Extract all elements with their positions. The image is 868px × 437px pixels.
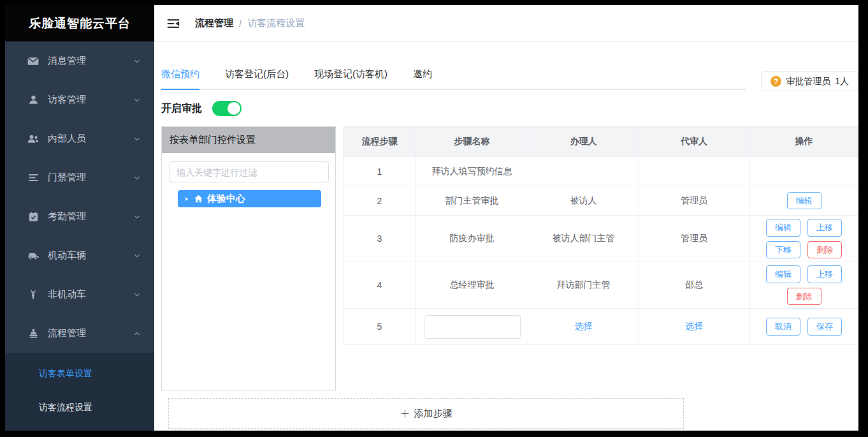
users-icon	[27, 133, 40, 145]
caret-right-icon[interactable]	[184, 196, 190, 202]
col-header-deputy: 代审人	[639, 127, 749, 157]
process-steps-table: 流程步骤 步骤名称 办理人 代审人 操作 1 拜访人填写预约信息	[343, 126, 858, 345]
sidebar-item-access-control[interactable]: 门禁管理	[5, 158, 154, 197]
chevron-down-icon	[133, 174, 141, 182]
move-up-button[interactable]: 上移	[807, 265, 842, 283]
sidebar-item-label: 流程管理	[48, 327, 86, 339]
handler-cell: 选择	[528, 309, 639, 345]
sidebar-item-visitor-form-settings[interactable]: 访客表单设置	[5, 357, 154, 390]
sidebar-item-process-management[interactable]: 流程管理	[5, 314, 154, 353]
step-name-cell: 总经理审批	[416, 262, 528, 309]
step-name-cell: 部门主管审批	[416, 186, 528, 216]
approval-toggle-switch[interactable]	[212, 101, 242, 116]
delete-button[interactable]: 删除	[807, 241, 842, 259]
save-button[interactable]: 保存	[807, 318, 842, 336]
tab-wechat-appointment[interactable]: 微信预约	[161, 68, 199, 90]
main-content: 微信预约 访客登记(后台) 现场登记(访客机) 邀约 ? 审批管理员 1人 开启…	[154, 43, 858, 431]
sidebar-item-message-management[interactable]: 消息管理	[5, 41, 154, 80]
actions-cell: 编辑 上移 下移 删除	[749, 216, 859, 262]
col-header-step: 流程步骤	[344, 127, 416, 157]
sidebar-menu: 消息管理 访客管理 内部人员 门禁管理	[5, 41, 154, 353]
actions-cell: 编辑 上移 删除	[749, 262, 859, 309]
chevron-down-icon	[133, 290, 141, 299]
sidebar-item-visitor-management[interactable]: 访客管理	[5, 80, 154, 119]
chevron-down-icon	[133, 96, 141, 105]
actions-cell: 编辑	[749, 186, 859, 216]
cancel-button[interactable]: 取消	[766, 318, 800, 336]
handler-cell	[528, 157, 639, 186]
sidebar-fold-icon[interactable]	[166, 17, 180, 31]
chevron-up-icon	[133, 329, 141, 338]
car-icon	[27, 249, 40, 262]
move-up-button[interactable]: 上移	[807, 219, 842, 237]
handler-cell: 拜访部门主管	[528, 262, 639, 309]
approver-badge-count: 1人	[835, 76, 849, 87]
edit-button[interactable]: 编辑	[766, 219, 800, 237]
move-down-button[interactable]: 下移	[766, 241, 800, 259]
step-cell: 2	[344, 186, 416, 216]
toggle-knob	[228, 102, 240, 115]
edit-button[interactable]: 编辑	[787, 192, 821, 210]
chevron-down-icon	[133, 251, 141, 260]
deputy-cell: 邵总	[639, 262, 749, 309]
approval-toggle-label: 开启审批	[161, 102, 202, 115]
sidebar-item-non-motor-vehicles[interactable]: 非机动车	[5, 275, 154, 314]
sidebar: 乐脸通智能云平台 消息管理 访客管理 内部人员	[5, 5, 154, 431]
sidebar-item-label: 访客管理	[48, 94, 86, 106]
department-panel-title: 按表单部门控件设置	[162, 127, 335, 153]
select-handler-link[interactable]: 选择	[575, 321, 593, 331]
chevron-down-icon	[133, 212, 141, 221]
sidebar-submenu-process: 访客表单设置 访客流程设置	[5, 353, 154, 431]
step-name-input[interactable]	[424, 315, 521, 339]
table-row: 1 拜访人填写预约信息	[344, 157, 859, 186]
app-window: 乐脸通智能云平台 消息管理 访客管理 内部人员	[5, 5, 858, 431]
home-icon	[194, 194, 203, 204]
edit-button[interactable]: 编辑	[766, 265, 800, 283]
tree-node-label: 体验中心	[207, 193, 245, 205]
deputy-cell: 选择	[639, 309, 749, 345]
sidebar-item-visitor-process-settings[interactable]: 访客流程设置	[5, 390, 154, 424]
sidebar-item-label: 门禁管理	[48, 172, 86, 184]
submenu-item-label: 访客表单设置	[39, 368, 92, 380]
step-cell: 5	[344, 309, 416, 345]
row-actions: 编辑 上移 删除	[756, 265, 852, 305]
scooter-icon	[27, 288, 40, 301]
sidebar-item-attendance-management[interactable]: 考勤管理	[5, 197, 154, 236]
submenu-item-label: 访客流程设置	[39, 402, 92, 413]
delete-button[interactable]: 删除	[787, 288, 821, 306]
department-filter-input[interactable]	[170, 161, 329, 182]
process-steps-table-wrap: 流程步骤 步骤名称 办理人 代审人 操作 1 拜访人填写预约信息	[343, 126, 858, 390]
table-row-editing: 5 选择 选择 取消	[344, 309, 859, 345]
sidebar-item-internal-staff[interactable]: 内部人员	[5, 119, 154, 158]
table-row: 3 防疫办审批 被访人部门主管 管理员 编辑 上移 下移 删除	[344, 216, 859, 262]
mail-icon	[27, 55, 40, 68]
tab-bar: 微信预约 访客登记(后台) 现场登记(访客机) 邀约	[161, 68, 746, 90]
breadcrumb: 流程管理 / 访客流程设置	[195, 17, 305, 29]
table-header-row: 流程步骤 步骤名称 办理人 代审人 操作	[344, 127, 859, 157]
step-cell: 4	[344, 262, 416, 309]
tree-node-experience-center[interactable]: 体验中心	[178, 190, 321, 207]
stamp-icon	[27, 327, 40, 340]
handler-cell: 被访人部门主管	[528, 216, 639, 262]
actions-cell	[749, 157, 859, 186]
actions-cell: 取消 保存	[749, 309, 859, 345]
sidebar-item-label: 消息管理	[48, 55, 86, 67]
step-name-cell: 拜访人填写预约信息	[416, 157, 528, 186]
step-name-cell: 防疫办审批	[416, 216, 528, 262]
tab-invitation[interactable]: 邀约	[413, 68, 432, 89]
row-actions: 取消 保存	[756, 318, 852, 336]
chevron-down-icon	[133, 57, 141, 66]
step-cell: 3	[344, 216, 416, 262]
breadcrumb-separator: /	[239, 18, 242, 29]
col-header-step-name: 步骤名称	[416, 127, 528, 157]
select-deputy-link[interactable]: 选择	[685, 321, 703, 331]
breadcrumb-section[interactable]: 流程管理	[195, 17, 233, 29]
table-row: 2 部门主管审批 被访人 管理员 编辑	[344, 186, 859, 216]
sidebar-item-label: 非机动车	[48, 288, 86, 300]
tab-onsite-register-kiosk[interactable]: 现场登记(访客机)	[314, 68, 387, 89]
sidebar-item-motor-vehicles[interactable]: 机动车辆	[5, 236, 154, 275]
tab-visitor-register-backend[interactable]: 访客登记(后台)	[225, 68, 289, 89]
add-step-button[interactable]: 添加步骤	[168, 398, 684, 429]
approver-admin-badge[interactable]: ? 审批管理员 1人	[761, 71, 858, 91]
col-header-handler: 办理人	[528, 127, 639, 157]
